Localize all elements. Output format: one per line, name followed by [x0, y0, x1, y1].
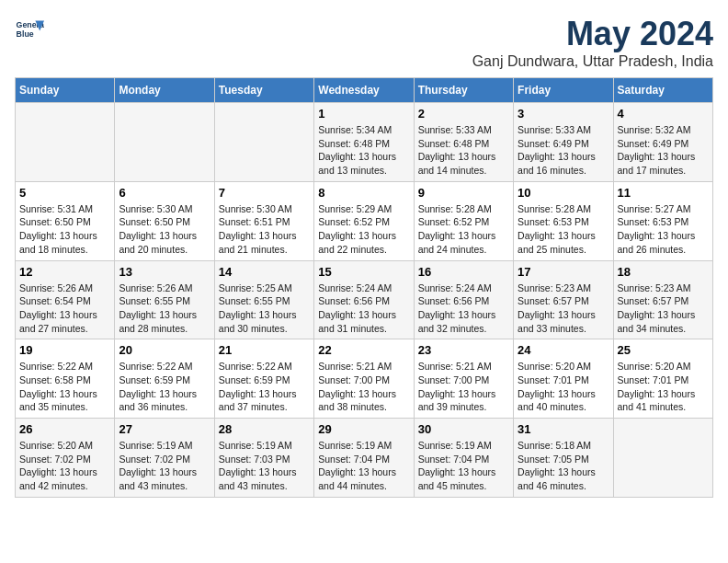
page-header: General Blue May 2024 Ganj Dundwara, Utt… [15, 15, 713, 70]
day-info: Sunrise: 5:19 AM Sunset: 7:04 PM Dayligh… [318, 439, 409, 493]
day-info: Sunrise: 5:27 AM Sunset: 6:53 PM Dayligh… [618, 202, 709, 257]
day-info: Sunrise: 5:18 AM Sunset: 7:05 PM Dayligh… [518, 439, 609, 493]
day-info: Sunrise: 5:32 AM Sunset: 6:49 PM Dayligh… [618, 123, 709, 178]
calendar-week-3: 12Sunrise: 5:26 AM Sunset: 6:54 PM Dayli… [16, 260, 713, 339]
weekday-header-sunday: Sunday [16, 78, 115, 103]
day-info: Sunrise: 5:20 AM Sunset: 7:01 PM Dayligh… [518, 360, 609, 414]
day-number: 6 [119, 186, 210, 200]
day-info: Sunrise: 5:20 AM Sunset: 7:02 PM Dayligh… [19, 439, 110, 493]
day-number: 28 [219, 422, 310, 436]
calendar-cell: 3Sunrise: 5:33 AM Sunset: 6:49 PM Daylig… [514, 103, 613, 182]
day-number: 15 [318, 265, 409, 279]
calendar-cell: 16Sunrise: 5:24 AM Sunset: 6:56 PM Dayli… [414, 260, 513, 339]
calendar-cell: 8Sunrise: 5:29 AM Sunset: 6:52 PM Daylig… [314, 181, 414, 260]
logo: General Blue [15, 15, 44, 44]
logo-icon: General Blue [15, 15, 44, 44]
day-info: Sunrise: 5:23 AM Sunset: 6:57 PM Dayligh… [618, 282, 709, 336]
day-number: 22 [318, 343, 409, 357]
calendar-cell [613, 419, 712, 498]
day-number: 14 [219, 265, 310, 279]
day-info: Sunrise: 5:22 AM Sunset: 6:58 PM Dayligh… [19, 360, 110, 414]
weekday-header-row: SundayMondayTuesdayWednesdayThursdayFrid… [16, 78, 713, 103]
day-number: 10 [518, 186, 609, 200]
day-number: 7 [219, 186, 310, 200]
day-info: Sunrise: 5:26 AM Sunset: 6:55 PM Dayligh… [119, 282, 210, 336]
day-info: Sunrise: 5:22 AM Sunset: 6:59 PM Dayligh… [219, 360, 310, 414]
calendar-cell: 27Sunrise: 5:19 AM Sunset: 7:02 PM Dayli… [115, 419, 214, 498]
day-number: 20 [119, 343, 210, 357]
calendar-cell: 9Sunrise: 5:28 AM Sunset: 6:52 PM Daylig… [414, 181, 513, 260]
calendar-cell [214, 103, 313, 182]
calendar-week-1: 1Sunrise: 5:34 AM Sunset: 6:48 PM Daylig… [16, 103, 713, 182]
calendar-cell: 13Sunrise: 5:26 AM Sunset: 6:55 PM Dayli… [115, 260, 214, 339]
day-number: 8 [318, 186, 409, 200]
day-info: Sunrise: 5:20 AM Sunset: 7:01 PM Dayligh… [618, 360, 709, 414]
calendar-cell: 31Sunrise: 5:18 AM Sunset: 7:05 PM Dayli… [514, 419, 613, 498]
day-number: 9 [418, 186, 509, 200]
day-number: 25 [618, 343, 709, 357]
calendar-cell: 30Sunrise: 5:19 AM Sunset: 7:04 PM Dayli… [414, 419, 513, 498]
day-number: 26 [19, 422, 110, 436]
weekday-header-friday: Friday [514, 78, 613, 103]
calendar-cell: 20Sunrise: 5:22 AM Sunset: 6:59 PM Dayli… [115, 339, 214, 419]
calendar-cell: 14Sunrise: 5:25 AM Sunset: 6:55 PM Dayli… [214, 260, 313, 339]
calendar-week-4: 19Sunrise: 5:22 AM Sunset: 6:58 PM Dayli… [16, 339, 713, 419]
weekday-header-saturday: Saturday [613, 78, 712, 103]
day-info: Sunrise: 5:31 AM Sunset: 6:50 PM Dayligh… [19, 202, 110, 257]
day-number: 29 [318, 422, 409, 436]
day-info: Sunrise: 5:19 AM Sunset: 7:03 PM Dayligh… [219, 439, 310, 493]
day-info: Sunrise: 5:21 AM Sunset: 7:00 PM Dayligh… [418, 360, 509, 414]
day-info: Sunrise: 5:33 AM Sunset: 6:48 PM Dayligh… [418, 123, 509, 178]
calendar-cell: 19Sunrise: 5:22 AM Sunset: 6:58 PM Dayli… [16, 339, 115, 419]
day-number: 5 [19, 186, 110, 200]
calendar-cell: 23Sunrise: 5:21 AM Sunset: 7:00 PM Dayli… [414, 339, 513, 419]
day-info: Sunrise: 5:21 AM Sunset: 7:00 PM Dayligh… [318, 360, 409, 414]
weekday-header-monday: Monday [115, 78, 214, 103]
calendar-cell: 12Sunrise: 5:26 AM Sunset: 6:54 PM Dayli… [16, 260, 115, 339]
day-number: 18 [618, 265, 709, 279]
day-number: 19 [19, 343, 110, 357]
day-info: Sunrise: 5:24 AM Sunset: 6:56 PM Dayligh… [318, 282, 409, 336]
day-info: Sunrise: 5:29 AM Sunset: 6:52 PM Dayligh… [318, 202, 409, 257]
day-info: Sunrise: 5:34 AM Sunset: 6:48 PM Dayligh… [318, 123, 409, 178]
calendar-cell: 11Sunrise: 5:27 AM Sunset: 6:53 PM Dayli… [613, 181, 712, 260]
svg-text:Blue: Blue [17, 29, 34, 39]
weekday-header-tuesday: Tuesday [214, 78, 313, 103]
calendar-cell: 24Sunrise: 5:20 AM Sunset: 7:01 PM Dayli… [514, 339, 613, 419]
location-title: Ganj Dundwara, Uttar Pradesh, India [472, 53, 713, 70]
day-info: Sunrise: 5:19 AM Sunset: 7:02 PM Dayligh… [119, 439, 210, 493]
calendar-cell: 29Sunrise: 5:19 AM Sunset: 7:04 PM Dayli… [314, 419, 414, 498]
day-number: 27 [119, 422, 210, 436]
day-number: 12 [19, 265, 110, 279]
calendar-cell: 6Sunrise: 5:30 AM Sunset: 6:50 PM Daylig… [115, 181, 214, 260]
calendar-cell: 10Sunrise: 5:28 AM Sunset: 6:53 PM Dayli… [514, 181, 613, 260]
day-info: Sunrise: 5:23 AM Sunset: 6:57 PM Dayligh… [518, 282, 609, 336]
day-number: 17 [518, 265, 609, 279]
calendar-cell: 5Sunrise: 5:31 AM Sunset: 6:50 PM Daylig… [16, 181, 115, 260]
day-number: 24 [518, 343, 609, 357]
calendar-cell: 28Sunrise: 5:19 AM Sunset: 7:03 PM Dayli… [214, 419, 313, 498]
day-number: 31 [518, 422, 609, 436]
calendar-cell: 7Sunrise: 5:30 AM Sunset: 6:51 PM Daylig… [214, 181, 313, 260]
month-title: May 2024 [472, 15, 713, 53]
calendar-cell: 17Sunrise: 5:23 AM Sunset: 6:57 PM Dayli… [514, 260, 613, 339]
day-number: 4 [618, 107, 709, 121]
calendar-cell [115, 103, 214, 182]
day-number: 2 [418, 107, 509, 121]
calendar-cell: 15Sunrise: 5:24 AM Sunset: 6:56 PM Dayli… [314, 260, 414, 339]
day-number: 23 [418, 343, 509, 357]
day-info: Sunrise: 5:19 AM Sunset: 7:04 PM Dayligh… [418, 439, 509, 493]
day-info: Sunrise: 5:26 AM Sunset: 6:54 PM Dayligh… [19, 282, 110, 336]
weekday-header-thursday: Thursday [414, 78, 513, 103]
day-number: 3 [518, 107, 609, 121]
day-number: 13 [119, 265, 210, 279]
day-number: 30 [418, 422, 509, 436]
day-number: 1 [318, 107, 409, 121]
day-info: Sunrise: 5:28 AM Sunset: 6:53 PM Dayligh… [518, 202, 609, 257]
calendar-table: SundayMondayTuesdayWednesdayThursdayFrid… [15, 77, 713, 498]
calendar-cell: 1Sunrise: 5:34 AM Sunset: 6:48 PM Daylig… [314, 103, 414, 182]
day-info: Sunrise: 5:24 AM Sunset: 6:56 PM Dayligh… [418, 282, 509, 336]
day-info: Sunrise: 5:30 AM Sunset: 6:50 PM Dayligh… [119, 202, 210, 257]
calendar-cell: 2Sunrise: 5:33 AM Sunset: 6:48 PM Daylig… [414, 103, 513, 182]
day-info: Sunrise: 5:30 AM Sunset: 6:51 PM Dayligh… [219, 202, 310, 257]
